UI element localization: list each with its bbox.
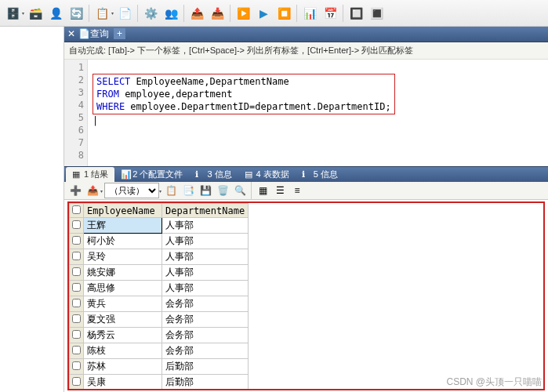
col-header[interactable]: EmployeeName	[84, 204, 162, 218]
add-row-icon[interactable]: ➕	[67, 183, 83, 198]
tab-info2[interactable]: ℹ5 信息	[296, 167, 344, 182]
cell[interactable]: 吴康	[84, 375, 162, 390]
cell[interactable]: 会务部	[162, 343, 249, 359]
row-checkbox[interactable]	[70, 234, 84, 249]
profile-icon: 📊	[121, 169, 130, 179]
row-checkbox[interactable]	[70, 296, 84, 312]
separator	[89, 5, 89, 22]
delete-icon[interactable]: 🗑️	[215, 183, 230, 198]
table-row[interactable]: 吴康后勤部	[70, 375, 249, 390]
struct-icon[interactable]: 📊	[300, 4, 319, 23]
editor[interactable]: 12345678 SELECT EmployeeName,DepartmentN…	[64, 60, 548, 166]
cell[interactable]: 人事部	[162, 218, 249, 234]
result-tabs: ▦1 结果 📊2 个配置文件 ℹ3 信息 ▤4 表数据 ℹ5 信息	[64, 166, 548, 182]
view-form-icon[interactable]: ☰	[272, 183, 288, 198]
table-row[interactable]: 杨秀云会务部	[70, 328, 249, 343]
row-checkbox[interactable]	[70, 359, 84, 375]
view-text-icon[interactable]: ≡	[289, 183, 305, 198]
mode-select[interactable]: （只读）	[104, 183, 159, 198]
dropdown-icon[interactable]: ▾	[159, 188, 161, 194]
calendar-icon[interactable]: 📅	[321, 4, 339, 23]
table-icon[interactable]: 📋	[93, 4, 111, 23]
tab-results[interactable]: ▦1 结果	[66, 167, 114, 182]
close-icon[interactable]: ✕	[67, 28, 75, 39]
table-row[interactable]: 苏林后勤部	[70, 359, 249, 375]
table-row[interactable]: 夏文强会务部	[70, 312, 249, 328]
tab-tabledata[interactable]: ▤4 表数据	[238, 167, 296, 182]
table-row[interactable]: 王辉人事部	[70, 218, 249, 234]
results-grid: EmployeeName DepartmentName 王辉人事部柯小於人事部吴…	[69, 203, 249, 390]
cell[interactable]: 姚安娜	[84, 265, 162, 281]
checkbox-header[interactable]	[70, 204, 84, 218]
view-icon[interactable]: 📄	[115, 4, 134, 23]
cell[interactable]: 人事部	[162, 265, 249, 281]
header-row: EmployeeName DepartmentName	[70, 204, 249, 218]
cell[interactable]: 人事部	[162, 281, 249, 296]
cell[interactable]: 会务部	[162, 328, 249, 343]
row-checkbox[interactable]	[70, 312, 84, 328]
table-row[interactable]: 姚安娜人事部	[70, 265, 249, 281]
cell[interactable]: 王辉	[84, 218, 162, 234]
cell[interactable]: 高思修	[84, 281, 162, 296]
cell[interactable]: 会务部	[162, 312, 249, 328]
row-checkbox[interactable]	[70, 343, 84, 359]
export-icon[interactable]: 📤	[85, 183, 100, 198]
row-checkbox[interactable]	[70, 328, 84, 343]
row-checkbox[interactable]	[70, 218, 84, 234]
tab-info1[interactable]: ℹ3 信息	[189, 167, 238, 182]
func-icon[interactable]: ⚙️	[141, 4, 160, 23]
cell[interactable]: 黄兵	[84, 296, 162, 312]
dropdown-icon[interactable]: ▾	[111, 10, 114, 16]
user-icon[interactable]: 👥	[161, 4, 180, 23]
query-icon: 📄	[78, 28, 90, 39]
results-toolbar: ➕ 📤▾ （只读） ▾ 📋 📑 💾 🗑️ 🔍 ▦ ☰ ≡	[64, 182, 548, 200]
db-open-icon[interactable]: 🗃️	[26, 4, 45, 23]
db-user-icon[interactable]: 👤	[46, 4, 65, 23]
separator	[296, 5, 297, 22]
query-title: 查询	[90, 27, 109, 41]
separator	[183, 5, 184, 22]
row-checkbox[interactable]	[70, 249, 84, 265]
dropdown-icon[interactable]: ▾	[22, 10, 24, 16]
col-header[interactable]: DepartmentName	[162, 204, 249, 218]
cell[interactable]: 吴玲	[84, 249, 162, 265]
row-checkbox[interactable]	[70, 375, 84, 390]
sql-editor[interactable]: SELECT EmployeeName,DepartmentName FROM …	[88, 60, 548, 166]
tab-profile[interactable]: 📊2 个配置文件	[114, 167, 189, 182]
table-row[interactable]: 吴玲人事部	[70, 249, 249, 265]
view-grid-icon[interactable]: ▦	[255, 183, 270, 198]
cell[interactable]: 后勤部	[162, 375, 249, 390]
table-row[interactable]: 柯小於人事部	[70, 234, 249, 249]
row-checkbox[interactable]	[70, 265, 84, 281]
table-row[interactable]: 陈枝会务部	[70, 343, 249, 359]
export-icon[interactable]: 📤	[187, 4, 206, 23]
cell[interactable]: 后勤部	[162, 359, 249, 375]
cell[interactable]: 柯小於	[84, 234, 162, 249]
filter-icon[interactable]: 🔍	[232, 183, 248, 198]
cell[interactable]: 人事部	[162, 249, 249, 265]
cell[interactable]: 苏林	[84, 359, 162, 375]
dropdown-icon[interactable]: ▾	[100, 188, 103, 194]
play-icon[interactable]: ▶️	[234, 4, 252, 23]
table-row[interactable]: 黄兵会务部	[70, 296, 249, 312]
db-refresh-icon[interactable]: 🔄	[67, 4, 85, 23]
grid-a-icon[interactable]: 🔲	[347, 4, 365, 23]
stop-icon[interactable]: ⏹️	[274, 4, 293, 23]
import-icon[interactable]: 📥	[208, 4, 227, 23]
table-row[interactable]: 高思修人事部	[70, 281, 249, 296]
cell[interactable]: 人事部	[162, 234, 249, 249]
info-icon: ℹ	[302, 169, 311, 179]
cell[interactable]: 杨秀云	[84, 328, 162, 343]
cell[interactable]: 会务部	[162, 296, 249, 312]
row-checkbox[interactable]	[70, 281, 84, 296]
dup-icon[interactable]: 📑	[180, 183, 196, 198]
db-new-icon[interactable]: 🗄️	[3, 4, 22, 23]
tab-new-icon[interactable]: +	[114, 28, 125, 39]
save-icon[interactable]: 💾	[198, 183, 213, 198]
cell[interactable]: 陈枝	[84, 343, 162, 359]
play-sel-icon[interactable]: ▶	[254, 4, 273, 23]
line-gutter: 12345678	[64, 60, 88, 166]
cell[interactable]: 夏文强	[84, 312, 162, 328]
copy-icon[interactable]: 📋	[163, 183, 179, 198]
grid-b-icon[interactable]: 🔳	[367, 4, 386, 23]
